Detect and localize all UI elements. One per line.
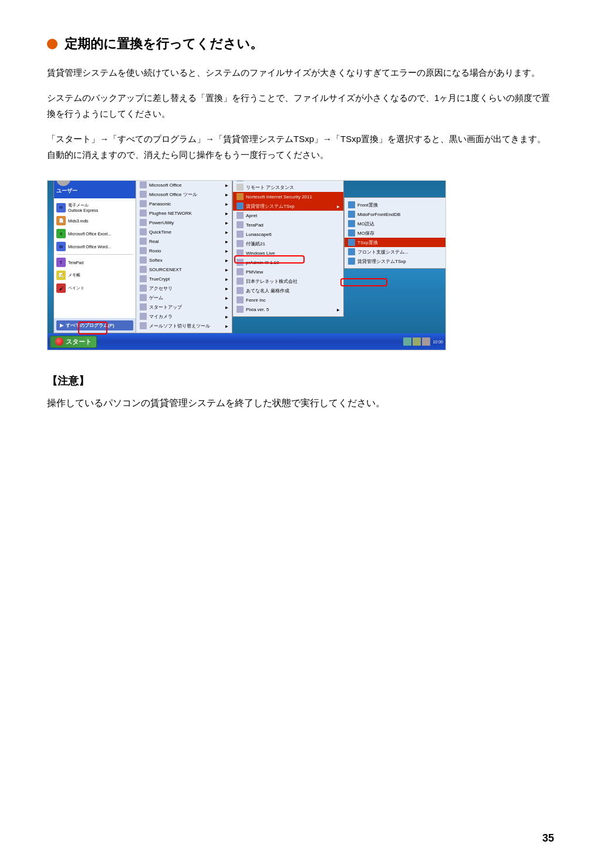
paint-icon: 🖌 <box>56 283 66 293</box>
menu-item-roxio[interactable]: Roxio <box>136 246 232 255</box>
item-label: Roxio <box>149 248 161 254</box>
page-number: 35 <box>542 832 554 845</box>
list-item: 📝 メモ帳 <box>54 269 136 282</box>
menu-item-real[interactable]: Real <box>136 237 232 246</box>
item-label: Plugfree NETWORK <box>149 211 192 216</box>
app-icon <box>237 287 244 294</box>
menu-item-mailswitch[interactable]: メールソフト切り替えツール <box>136 321 232 330</box>
start-button[interactable]: スタート <box>50 336 97 348</box>
note-body: 操作しているパソコンの賃貸管理システムを終了した状態で実行してください。 <box>47 395 554 412</box>
item-label: Lunascape6 <box>246 232 272 237</box>
app-icon <box>237 231 244 238</box>
list-item: 📄 Mids3.mdb <box>54 214 136 227</box>
submenu2-item-front-replace[interactable]: Front置換 <box>345 200 446 210</box>
taskbar-time <box>99 339 109 345</box>
app-icon <box>348 220 355 227</box>
folder-icon <box>140 200 147 207</box>
submenu2-item-tsxp-replace[interactable]: TSxp置換 <box>345 238 446 247</box>
all-programs-area: ▶ すべてのプログラム(P) <box>54 318 136 333</box>
app-icon <box>348 248 355 255</box>
menu-right-panel: Uhaplus Microsoft Office Microsoft Offic… <box>136 180 232 333</box>
app-icon <box>237 296 244 303</box>
app-icon <box>237 278 244 285</box>
note-title: 【注意】 <box>47 374 554 388</box>
menu-item-games[interactable]: ゲーム <box>136 293 232 302</box>
submenu-item-lunascape[interactable]: Lunascape6 <box>233 229 343 239</box>
submenu-2-tsxp: Front置換 MidoForFrontEndDB MO読込 MO保存 TSxp… <box>344 197 446 269</box>
app-icon <box>348 211 355 218</box>
submenu-item-apret[interactable]: Apret <box>233 211 343 220</box>
item-label: TeraPad <box>246 222 264 228</box>
item-label: Pixia ver. 5 <box>246 307 269 312</box>
item-label: PMView <box>246 269 263 275</box>
word-icon: W <box>56 242 66 251</box>
submenu2-item-mo-save[interactable]: MO保存 <box>345 228 446 238</box>
folder-icon <box>140 266 147 273</box>
all-programs-button[interactable]: ▶ すべてのプログラム(P) <box>56 320 133 330</box>
item-label: メモ帳 <box>68 272 80 278</box>
submenu-1: Windows ムービー メーカー リモート アシスタンス Nortesoft … <box>232 180 344 317</box>
submenu-item-pixia[interactable]: Pixia ver. 5 <box>233 305 343 314</box>
taskbar: スタート 10:00 <box>48 333 445 350</box>
submenu-item-windows-live[interactable]: Windows Live <box>233 248 343 258</box>
submenu-item-nortesoftIS[interactable]: Nortesoft Internet Security 2011 <box>233 192 343 201</box>
menu-item-sourcenext[interactable]: SOURCENEXT <box>136 265 232 274</box>
item-label: Windows Live <box>246 251 275 256</box>
menu-left-header: ユーザー <box>54 180 136 198</box>
menu-item-powerutility[interactable]: PowerUtility <box>136 218 232 227</box>
menu-item-mycamera[interactable]: マイカメラ <box>136 312 232 321</box>
submenu2-item-chintai-mgmt[interactable]: 賃貸管理システムTSxp <box>345 256 446 266</box>
item-label: ゲーム <box>149 295 163 301</box>
submenu2-item-mido-frontend[interactable]: MidoForFrontEndDB <box>345 210 446 219</box>
submenu-item-fenrir[interactable]: Fenrir Inc <box>233 295 343 305</box>
submenu-item-pmview[interactable]: PMView <box>233 267 343 276</box>
app-icon <box>237 184 244 191</box>
app-icon <box>237 180 244 181</box>
submenu-item-terapad[interactable]: TeraPad <box>233 220 343 229</box>
submenu-item-atena[interactable]: あてな名人 厳格作成 <box>233 286 343 295</box>
item-label: prAdmin III 1.10 <box>246 260 279 265</box>
submenu2-item-mo-read[interactable]: MO読込 <box>345 219 446 228</box>
item-label: 賃貸管理システムTSxp <box>357 258 406 265</box>
app-icon <box>237 268 244 275</box>
separator <box>56 254 133 255</box>
screenshot: ユーザー ✉ 電子メールOutlook Express 📄 Mids3.mdb … <box>47 180 446 350</box>
tray-icon-1 <box>403 337 411 346</box>
menu-item-quicktime[interactable]: QuickTime <box>136 227 232 237</box>
submenu-item-telenet[interactable]: 日本テレネット株式会社 <box>233 276 343 286</box>
start-menu-panel: ユーザー ✉ 電子メールOutlook Express 📄 Mids3.mdb … <box>53 180 232 333</box>
item-label: TrueCrypt <box>149 276 170 282</box>
submenu-item-sticky[interactable]: 付箋紙21 <box>233 239 343 248</box>
app-icon <box>237 240 244 247</box>
terapad-icon: T <box>56 258 66 267</box>
item-label: Mids3.mdb <box>68 219 88 223</box>
menu-item-accessories[interactable]: アクセサリ <box>136 283 232 293</box>
menu-item-panasonic[interactable]: Panasonic <box>136 199 232 208</box>
submenu-item-remote[interactable]: リモート アシスタンス <box>233 183 343 192</box>
menu-item-truecrypt[interactable]: TrueCrypt <box>136 274 232 283</box>
submenu-item-pradmin[interactable]: prAdmin III 1.10 <box>233 258 343 267</box>
item-label: Real <box>149 239 158 244</box>
menu-item-msoffice-tools[interactable]: Microsoft Office ツール <box>136 190 232 199</box>
submenu2-item-front-support[interactable]: フロント支援システム... <box>345 247 446 256</box>
item-label: TeraPad <box>68 261 83 265</box>
menu-item-startup[interactable]: スタートアップ <box>136 302 232 312</box>
item-label: SOURCENEXT <box>149 267 182 272</box>
folder-icon <box>140 285 147 292</box>
item-label: Panasonic <box>149 201 171 207</box>
folder-icon <box>140 303 147 310</box>
all-programs-label: すべてのプログラム(P) <box>66 322 114 329</box>
submenu-item-chintai-system[interactable]: 賃貸管理システムTSxp <box>233 201 343 211</box>
folder-icon <box>140 181 147 188</box>
menu-item-softex[interactable]: Softex <box>136 255 232 265</box>
item-label: Front置換 <box>357 202 378 208</box>
item-label: ペイント <box>68 285 85 291</box>
section-title: 定期的に置換を行ってください。 <box>65 35 263 53</box>
item-label: Microsoft Office Excel... <box>68 232 111 236</box>
item-label: PowerUtility <box>149 220 174 225</box>
paragraph-2: システムのバックアップに差し替える「置換」を行うことで、ファイルサイズが小さくな… <box>47 90 554 121</box>
app-icon <box>348 258 355 265</box>
menu-item-plugfree[interactable]: Plugfree NETWORK <box>136 208 232 218</box>
menu-item-msoffice[interactable]: Microsoft Office <box>136 180 232 190</box>
clock: 10:00 <box>433 340 443 344</box>
